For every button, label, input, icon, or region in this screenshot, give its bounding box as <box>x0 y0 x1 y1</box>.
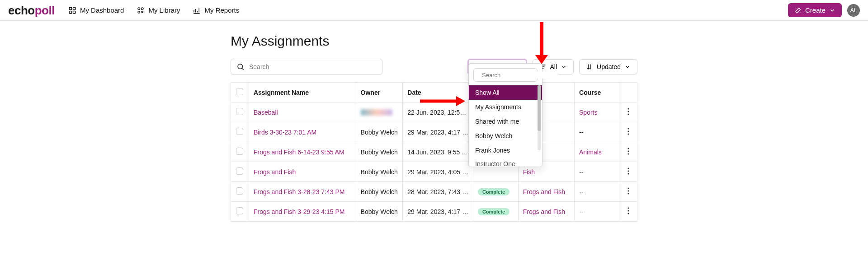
dropdown-item-partial[interactable]: Instructor One <box>469 158 542 167</box>
svg-point-23 <box>627 167 629 169</box>
nav-reports[interactable]: My Reports <box>193 6 239 14</box>
owner-cell <box>356 102 403 122</box>
assignment-link[interactable]: Frogs and Fish <box>254 168 296 176</box>
select-all-checkbox[interactable] <box>236 88 243 95</box>
svg-rect-1 <box>73 7 75 9</box>
page-title: My Assignments <box>231 33 637 49</box>
svg-point-25 <box>627 173 629 174</box>
show-all-dropdown: Show AllMy AssignmentsShared with meBobb… <box>468 63 542 167</box>
row-checkbox[interactable] <box>236 108 243 115</box>
nav-library-label: My Library <box>148 6 180 14</box>
dropdown-item[interactable]: Bobby Welch <box>469 129 542 143</box>
search-box[interactable] <box>231 59 382 75</box>
row-checkbox[interactable] <box>236 128 243 135</box>
course-link[interactable]: Sports <box>579 109 597 116</box>
nav-reports-label: My Reports <box>204 6 239 14</box>
svg-rect-3 <box>73 11 75 13</box>
dashboard-icon <box>68 6 76 14</box>
brand-part2: poll <box>35 4 55 17</box>
svg-point-26 <box>627 187 629 189</box>
date-cell: 29 Mar. 2023, 4:17 … <box>403 202 473 222</box>
col-actions <box>619 83 637 102</box>
dropdown-item[interactable]: Show All <box>469 85 542 100</box>
row-checkbox[interactable] <box>236 167 243 175</box>
dropdown-item[interactable]: Frank Jones <box>469 143 542 158</box>
svg-point-14 <box>627 108 629 109</box>
dropdown-item[interactable]: Shared with me <box>469 114 542 129</box>
chevron-down-icon <box>561 64 567 70</box>
status-cell: Complete <box>473 182 518 202</box>
svg-point-16 <box>627 113 629 115</box>
table-row: Frogs and Fish 3-28-23 7:43 PMBobby Welc… <box>231 182 637 202</box>
svg-point-5 <box>142 8 144 10</box>
svg-point-31 <box>627 213 629 214</box>
dropdown-search-input[interactable] <box>482 72 558 79</box>
updated-label: Updated <box>597 63 621 70</box>
dropdown-search[interactable] <box>473 68 538 82</box>
svg-point-15 <box>627 111 629 112</box>
svg-point-22 <box>627 153 629 154</box>
row-actions-menu[interactable] <box>627 148 629 155</box>
svg-marker-10 <box>456 96 465 106</box>
assessment-cell: Frogs and Fish <box>518 182 574 202</box>
chevron-down-icon <box>624 64 631 70</box>
chevron-down-icon <box>829 7 835 14</box>
assignment-link[interactable]: Frogs and Fish 3-28-23 7:43 PM <box>254 188 345 195</box>
row-checkbox[interactable] <box>236 207 243 214</box>
avatar[interactable]: AL <box>847 4 860 17</box>
row-checkbox[interactable] <box>236 148 243 155</box>
status-cell: Complete <box>473 202 518 222</box>
svg-rect-0 <box>69 7 71 9</box>
svg-point-17 <box>627 128 629 129</box>
svg-point-4 <box>138 8 140 10</box>
blurred-owner <box>361 109 392 116</box>
col-course: Course <box>575 83 619 102</box>
col-name: Assignment Name <box>249 83 356 102</box>
assignment-link[interactable]: Frogs and Fish 3-29-23 4:15 PM <box>254 208 345 215</box>
search-input[interactable] <box>249 63 377 70</box>
row-checkbox[interactable] <box>236 187 243 195</box>
table-row: Frogs and Fish 6-14-23 9:55 AMBobby Welc… <box>231 142 637 162</box>
svg-point-18 <box>627 130 629 132</box>
svg-point-11 <box>238 64 243 69</box>
row-actions-menu[interactable] <box>627 167 629 175</box>
date-cell: 29 Mar. 2023, 4:05 … <box>403 162 473 182</box>
updated-sort[interactable]: Updated <box>579 59 637 74</box>
dropdown-list: Show AllMy AssignmentsShared with meBobb… <box>469 85 542 167</box>
assignment-link[interactable]: Baseball <box>254 109 278 116</box>
owner-cell: Bobby Welch <box>356 182 403 202</box>
brand-logo[interactable]: echopoll <box>8 5 55 16</box>
dropdown-item[interactable]: My Assignments <box>469 100 542 114</box>
course-cell: -- <box>575 162 619 182</box>
course-link[interactable]: Animals <box>579 149 602 156</box>
date-cell: 28 Mar. 2023, 7:43 … <box>403 182 473 202</box>
dropdown-scrollbar[interactable] <box>538 85 541 150</box>
owner-cell: Bobby Welch <box>356 202 403 222</box>
nav-dashboard-label: My Dashboard <box>80 6 124 14</box>
course-cell: -- <box>575 122 619 142</box>
assignment-link[interactable]: Frogs and Fish 6-14-23 9:55 AM <box>254 149 344 156</box>
svg-point-28 <box>627 193 629 194</box>
table-row: Frogs and Fish 3-29-23 4:15 PMBobby Welc… <box>231 202 637 222</box>
create-button[interactable]: Create <box>788 3 842 17</box>
assessment-link[interactable]: Frogs and Fish <box>523 208 565 215</box>
row-actions-menu[interactable] <box>627 108 629 115</box>
course-cell: Sports <box>575 102 619 122</box>
assessment-link[interactable]: Frogs and Fish <box>523 188 565 195</box>
svg-point-19 <box>627 133 629 135</box>
nav-library[interactable]: My Library <box>137 6 180 14</box>
row-actions-menu[interactable] <box>627 187 629 195</box>
date-cell: 29 Mar. 2023, 4:17 … <box>403 122 473 142</box>
status-badge: Complete <box>478 208 509 215</box>
assignment-link[interactable]: Birds 3-30-23 7:01 AM <box>254 129 316 136</box>
svg-point-29 <box>627 207 629 209</box>
course-cell: -- <box>575 182 619 202</box>
scrollbar-thumb[interactable] <box>538 85 541 131</box>
row-actions-menu[interactable] <box>627 207 629 214</box>
svg-point-24 <box>627 170 629 172</box>
wand-icon <box>794 7 802 14</box>
toolbar: Show All All Updated <box>231 59 637 75</box>
assessment-link[interactable]: Fish <box>523 168 535 176</box>
nav-dashboard[interactable]: My Dashboard <box>68 6 124 14</box>
row-actions-menu[interactable] <box>627 128 629 135</box>
